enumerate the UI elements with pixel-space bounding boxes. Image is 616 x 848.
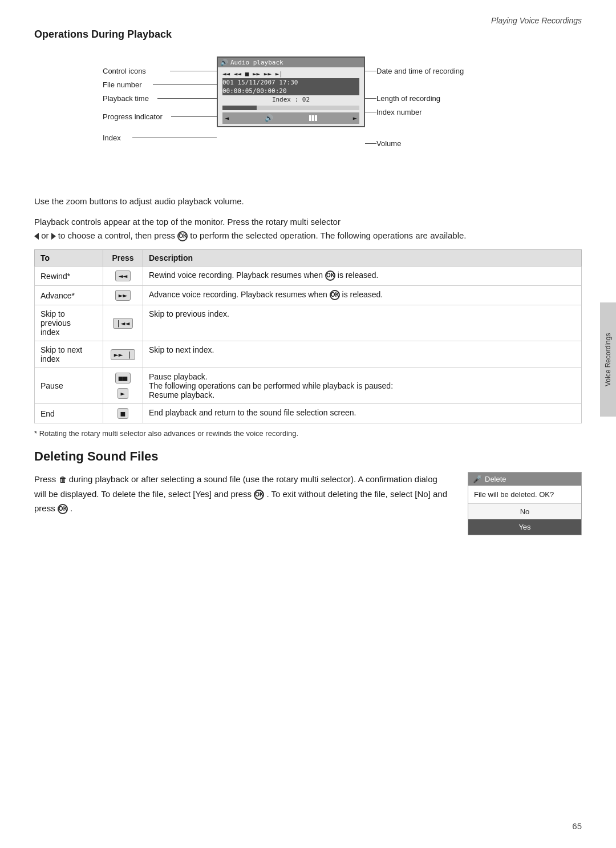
volume-controls: ◄ 🔊 ►	[222, 112, 359, 124]
delete-dialog: 🎤 Delete File will be deleted. OK? No Ye…	[468, 472, 582, 535]
controls-row: ◄◄ ◄◄ ■ ►► ►► ►|	[222, 70, 359, 78]
diagram-container: 🔊 Audio playback ◄◄ ◄◄ ■ ►► ►► ►| 001 15…	[34, 51, 582, 182]
triangle-right-icon	[51, 231, 56, 240]
ok-icon-advance: OK	[330, 290, 340, 300]
page: Playing Voice Recordings Voice Recording…	[0, 0, 616, 848]
line-control-icons	[170, 71, 217, 71]
to-rewind: Rewind*	[35, 266, 103, 286]
label-index: Index	[103, 134, 121, 142]
desc-pause: Pause playback. The following operations…	[143, 368, 582, 404]
ok-button-icon: OK	[177, 231, 188, 241]
intro-text-1: Use the zoom buttons to adjust audio pla…	[34, 195, 582, 208]
desc-skip-prev: Skip to previous index.	[143, 305, 582, 341]
table-row: Pause ■■ ► Pause playback. The following…	[35, 368, 582, 404]
to-end: End	[35, 404, 103, 423]
label-index-number: Index number	[376, 108, 422, 116]
advance-btn-icon: ►►	[115, 290, 131, 301]
file-row-text: 001 15/11/2007 17:30	[222, 79, 298, 86]
label-volume: Volume	[376, 139, 401, 148]
operations-table: To Press Description Rewind* ◄◄ Rewind v…	[34, 249, 582, 423]
th-press: Press	[103, 250, 143, 266]
file-row: 001 15/11/2007 17:30	[222, 78, 359, 87]
line-volume	[365, 143, 376, 144]
press-rewind: ◄◄	[103, 266, 143, 286]
intro-or: or	[41, 231, 51, 240]
index-row: Index : 02	[222, 95, 359, 104]
delete-dialog-title-text: Delete	[485, 475, 506, 483]
label-playback-time: Playback time	[103, 94, 149, 103]
controls-text: ◄◄ ◄◄ ■ ►► ►► ►|	[222, 70, 283, 78]
triangle-left-icon	[34, 231, 39, 240]
to-advance: Advance*	[35, 286, 103, 305]
operations-title: Operations During Playback	[34, 29, 582, 41]
vol-left: ◄	[225, 114, 229, 122]
desc-advance: Advance voice recording. Playback resume…	[143, 286, 582, 305]
press-pause: ■■ ►	[103, 368, 143, 404]
stop-btn-icon: ■	[117, 408, 129, 419]
ok-icon-del2: OK	[58, 504, 68, 514]
deleting-section: Deleting Sound Files Press 🗑 during play…	[34, 449, 582, 535]
deleting-content: Press 🗑 during playback or after selecti…	[34, 472, 582, 535]
label-progress: Progress indicator	[103, 112, 163, 121]
time-row: 00:00:05/00:00:20	[222, 87, 359, 95]
delete-dialog-message: File will be deleted. OK?	[468, 486, 581, 504]
th-to: To	[35, 250, 103, 266]
table-row: Advance* ►► Advance voice recording. Pla…	[35, 286, 582, 305]
line-date-time	[365, 71, 376, 71]
footnote: * Rotating the rotary multi selector als…	[34, 429, 582, 438]
diagram: 🔊 Audio playback ◄◄ ◄◄ ■ ►► ►► ►| 001 15…	[103, 51, 513, 182]
delete-dialog-title: 🎤 Delete	[468, 473, 581, 486]
play-btn-icon: ►	[117, 388, 129, 399]
del-text-4: .	[70, 503, 72, 513]
press-advance: ►►	[103, 286, 143, 305]
table-row: End ■ End playback and return to the sou…	[35, 404, 582, 423]
audio-icon: 🔊	[220, 59, 228, 66]
delete-option-yes[interactable]: Yes	[468, 519, 581, 535]
to-skip-prev: Skip topreviousindex	[35, 305, 103, 341]
delete-mic-icon: 🎤	[473, 475, 482, 483]
desc-end: End playback and return to the sound fil…	[143, 404, 582, 423]
skip-prev-btn-icon: |◄◄	[113, 318, 133, 329]
intro-text-3: to choose a control, then press	[58, 231, 177, 240]
press-skip-prev: |◄◄	[103, 305, 143, 341]
to-skip-next: Skip to nextindex	[35, 341, 103, 368]
screen-title: Audio playback	[230, 59, 283, 66]
line-length	[365, 98, 376, 99]
vol-right: ►	[353, 114, 357, 122]
ok-icon-del1: OK	[254, 490, 264, 500]
pause-btn-icon: ■■	[115, 373, 131, 383]
ok-icon-rewind: OK	[325, 270, 335, 281]
line-progress	[171, 116, 217, 117]
vol-bars	[309, 115, 317, 121]
press-skip-next: ►► |	[103, 341, 143, 368]
table-row: Rewind* ◄◄ Rewind voice recording. Playb…	[35, 266, 582, 286]
to-pause: Pause	[35, 368, 103, 404]
line-playback-time	[157, 98, 217, 99]
line-index-num	[365, 112, 376, 112]
rewind-btn-icon: ◄◄	[115, 270, 131, 281]
delete-option-no: No	[468, 504, 581, 519]
label-length: Length of recording	[376, 94, 440, 103]
table-header-row: To Press Description	[35, 250, 582, 266]
label-file-number: File number	[103, 80, 142, 89]
screen-title-bar: 🔊 Audio playback	[218, 58, 364, 67]
side-label: Voice Recordings	[600, 302, 616, 417]
vol-icon: 🔊	[265, 114, 273, 122]
label-date-time: Date and time of recording	[376, 67, 464, 75]
intro-text-4: to perform the selected operation. The f…	[190, 231, 466, 240]
top-right-label: Playing Voice Recordings	[491, 16, 582, 25]
progress-bar	[222, 106, 359, 110]
line-file-number	[153, 84, 217, 85]
intro-text-2: Playback controls appear at the top of t…	[34, 215, 582, 243]
screen-mockup: 🔊 Audio playback ◄◄ ◄◄ ■ ►► ►► ►| 001 15…	[217, 56, 365, 127]
table-row: Skip topreviousindex |◄◄ Skip to previou…	[35, 305, 582, 341]
page-number: 65	[572, 821, 582, 831]
operations-section: Operations During Playback 🔊 Audio playb…	[34, 29, 582, 438]
desc-rewind: Rewind voice recording. Playback resumes…	[143, 266, 582, 286]
label-control-icons: Control icons	[103, 67, 146, 75]
time-row-text: 00:00:05/00:00:20	[222, 87, 287, 95]
line-index	[132, 138, 217, 138]
deleting-title: Deleting Sound Files	[34, 449, 582, 464]
del-text-1: Press	[34, 474, 59, 484]
progress-fill	[222, 106, 257, 110]
